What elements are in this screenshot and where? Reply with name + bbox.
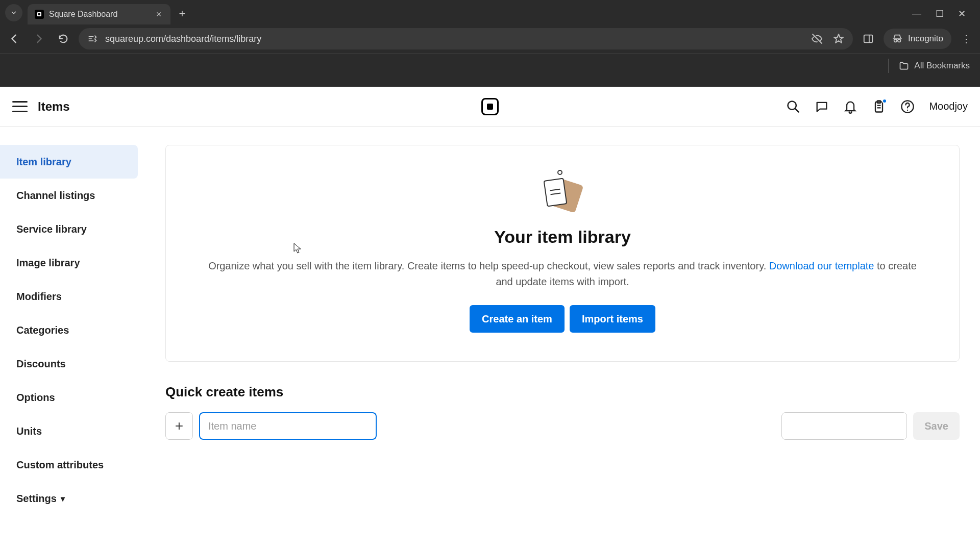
- bell-icon[interactable]: [843, 99, 857, 114]
- all-bookmarks-link[interactable]: All Bookmarks: [914, 61, 970, 71]
- close-window-icon[interactable]: ✕: [958, 8, 966, 19]
- sidebar-item-channel-listings[interactable]: Channel listings: [0, 179, 142, 212]
- forward-icon[interactable]: [30, 30, 48, 48]
- clipboard-icon[interactable]: [872, 99, 886, 114]
- page-title: Items: [38, 99, 70, 114]
- hamburger-menu-icon[interactable]: [12, 101, 28, 112]
- incognito-label: Incognito: [908, 34, 943, 44]
- site-settings-icon[interactable]: [87, 33, 98, 44]
- browser-menu-icon[interactable]: ⋮: [958, 33, 975, 45]
- favicon-icon: [35, 10, 44, 19]
- sidebar: Item library Channel listings Service li…: [0, 127, 142, 551]
- sidebar-item-discounts[interactable]: Discounts: [0, 347, 142, 381]
- browser-tab[interactable]: Square Dashboard ×: [28, 4, 170, 24]
- tags-illustration-icon: [542, 176, 583, 213]
- sidebar-item-label: Image library: [16, 257, 80, 269]
- app-root: Items Moodjoy Item librar: [0, 87, 980, 551]
- browser-chrome: Square Dashboard × + — ☐ ✕ squareup.com/…: [0, 0, 980, 87]
- item-price-input[interactable]: [781, 412, 907, 440]
- save-button[interactable]: Save: [913, 412, 960, 440]
- window-controls: — ☐ ✕: [912, 8, 975, 24]
- sidebar-item-label: Modifiers: [16, 291, 62, 303]
- address-bar[interactable]: squareup.com/dashboard/items/library: [79, 28, 853, 49]
- create-item-button[interactable]: Create an item: [470, 305, 565, 333]
- chat-icon[interactable]: [815, 99, 829, 114]
- sidebar-item-item-library[interactable]: Item library: [0, 145, 138, 179]
- sidebar-item-label: Service library: [16, 223, 87, 235]
- app-header: Items Moodjoy: [0, 87, 980, 127]
- tab-title: Square Dashboard: [49, 10, 149, 19]
- sidebar-item-settings[interactable]: Settings ▾: [0, 482, 142, 515]
- help-icon[interactable]: [900, 99, 915, 114]
- sidebar-item-categories[interactable]: Categories: [0, 313, 142, 347]
- sidebar-item-image-library[interactable]: Image library: [0, 246, 142, 280]
- main-content: Your item library Organize what you sell…: [142, 127, 980, 551]
- new-tab-button[interactable]: +: [174, 5, 191, 22]
- bookmarks-bar: All Bookmarks: [0, 53, 980, 78]
- sidebar-item-service-library[interactable]: Service library: [0, 212, 142, 246]
- notification-dot: [882, 98, 887, 104]
- sidebar-item-label: Custom attributes: [16, 459, 104, 471]
- item-name-input[interactable]: [199, 412, 377, 440]
- sidebar-item-label: Settings: [16, 493, 57, 505]
- minimize-icon[interactable]: —: [912, 8, 921, 19]
- panel-description: Organize what you sell with the item lib…: [205, 258, 920, 290]
- sidebar-item-label: Discounts: [16, 358, 66, 370]
- incognito-indicator[interactable]: Incognito: [884, 29, 951, 49]
- back-icon[interactable]: [5, 30, 23, 48]
- sidebar-item-label: Options: [16, 392, 55, 404]
- sidebar-item-modifiers[interactable]: Modifiers: [0, 280, 142, 313]
- sidebar-item-label: Categories: [16, 324, 69, 336]
- maximize-icon[interactable]: ☐: [936, 8, 944, 19]
- empty-state-panel: Your item library Organize what you sell…: [165, 145, 960, 362]
- tab-search-dropdown[interactable]: [5, 4, 22, 21]
- download-template-link[interactable]: Download our template: [769, 260, 874, 271]
- url-text: squareup.com/dashboard/items/library: [105, 34, 804, 44]
- chevron-down-icon: ▾: [61, 494, 65, 504]
- bookmark-star-icon[interactable]: [832, 33, 845, 45]
- sidebar-item-label: Item library: [16, 156, 71, 168]
- sidebar-item-label: Channel listings: [16, 190, 95, 202]
- square-logo[interactable]: [481, 98, 499, 115]
- username-label[interactable]: Moodjoy: [929, 101, 968, 112]
- sidebar-item-custom-attributes[interactable]: Custom attributes: [0, 448, 142, 482]
- import-items-button[interactable]: Import items: [570, 305, 655, 333]
- sidebar-item-label: Units: [16, 425, 42, 437]
- search-icon[interactable]: [786, 99, 800, 114]
- sidebar-item-options[interactable]: Options: [0, 381, 142, 414]
- tab-strip: Square Dashboard × + — ☐ ✕: [0, 0, 980, 24]
- address-row: squareup.com/dashboard/items/library Inc…: [0, 24, 980, 53]
- svg-line-3: [795, 108, 799, 112]
- side-panel-icon[interactable]: [859, 30, 877, 48]
- quick-create-title: Quick create items: [165, 384, 960, 400]
- add-item-button[interactable]: +: [165, 412, 193, 440]
- close-tab-icon[interactable]: ×: [154, 10, 163, 19]
- reload-icon[interactable]: [54, 30, 72, 48]
- sidebar-item-units[interactable]: Units: [0, 414, 142, 448]
- quick-create-section: Quick create items + Save: [165, 384, 960, 440]
- panel-heading: Your item library: [494, 227, 631, 247]
- incognito-icon: [892, 33, 903, 44]
- svg-rect-0: [864, 35, 873, 43]
- eye-off-icon[interactable]: [811, 33, 823, 45]
- folder-icon: [899, 61, 909, 71]
